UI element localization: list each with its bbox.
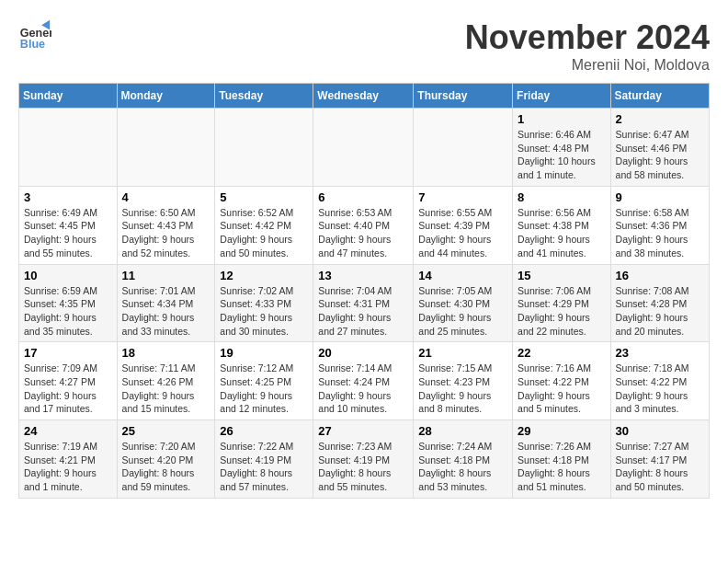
svg-text:Blue: Blue: [20, 38, 45, 51]
day-number: 30: [616, 424, 704, 438]
day-info: Sunrise: 7:18 AM Sunset: 4:22 PM Dayligh…: [616, 362, 704, 416]
day-info: Sunrise: 7:04 AM Sunset: 4:31 PM Dayligh…: [318, 284, 408, 339]
calendar-week-row: 10Sunrise: 6:59 AM Sunset: 4:35 PM Dayli…: [19, 264, 710, 342]
logo: General Blue: [18, 18, 51, 52]
calendar-cell: 7Sunrise: 6:55 AM Sunset: 4:39 PM Daylig…: [414, 186, 513, 264]
day-info: Sunrise: 6:52 AM Sunset: 4:42 PM Dayligh…: [220, 206, 308, 260]
weekday-header: Wednesday: [313, 84, 414, 109]
calendar-cell: 22Sunrise: 7:16 AM Sunset: 4:22 PM Dayli…: [513, 342, 611, 420]
day-number: 14: [418, 269, 507, 282]
calendar-cell: 20Sunrise: 7:14 AM Sunset: 4:24 PM Dayli…: [313, 342, 414, 420]
weekday-header: Saturday: [610, 84, 709, 109]
day-number: 2: [616, 112, 704, 126]
day-info: Sunrise: 7:20 AM Sunset: 4:20 PM Dayligh…: [122, 440, 210, 494]
day-info: Sunrise: 6:50 AM Sunset: 4:43 PM Dayligh…: [122, 206, 210, 260]
day-number: 23: [616, 346, 704, 360]
calendar-cell: 2Sunrise: 6:47 AM Sunset: 4:46 PM Daylig…: [610, 109, 709, 187]
calendar-cell: 14Sunrise: 7:05 AM Sunset: 4:30 PM Dayli…: [414, 264, 513, 342]
day-info: Sunrise: 6:53 AM Sunset: 4:40 PM Dayligh…: [318, 206, 408, 260]
day-number: 8: [518, 190, 606, 204]
month-title: November 2024: [465, 18, 710, 57]
day-info: Sunrise: 7:26 AM Sunset: 4:18 PM Dayligh…: [518, 440, 606, 494]
day-info: Sunrise: 7:08 AM Sunset: 4:28 PM Dayligh…: [616, 284, 704, 339]
calendar-cell: 4Sunrise: 6:50 AM Sunset: 4:43 PM Daylig…: [117, 186, 215, 264]
calendar-cell: 30Sunrise: 7:27 AM Sunset: 4:17 PM Dayli…: [610, 420, 709, 499]
day-info: Sunrise: 7:15 AM Sunset: 4:23 PM Dayligh…: [418, 362, 507, 416]
calendar-cell: 19Sunrise: 7:12 AM Sunset: 4:25 PM Dayli…: [215, 342, 313, 420]
calendar-cell: 8Sunrise: 6:56 AM Sunset: 4:38 PM Daylig…: [513, 186, 611, 264]
logo-icon: General Blue: [18, 18, 51, 52]
day-info: Sunrise: 7:05 AM Sunset: 4:30 PM Dayligh…: [418, 284, 507, 339]
day-info: Sunrise: 7:14 AM Sunset: 4:24 PM Dayligh…: [318, 362, 408, 416]
calendar-week-row: 1Sunrise: 6:46 AM Sunset: 4:48 PM Daylig…: [19, 109, 710, 187]
weekday-header: Monday: [117, 84, 215, 109]
day-number: 11: [122, 269, 210, 282]
calendar-cell: 3Sunrise: 6:49 AM Sunset: 4:45 PM Daylig…: [19, 186, 118, 264]
day-info: Sunrise: 7:23 AM Sunset: 4:19 PM Dayligh…: [318, 440, 408, 494]
day-info: Sunrise: 7:09 AM Sunset: 4:27 PM Dayligh…: [24, 362, 112, 416]
day-number: 3: [24, 190, 112, 204]
day-number: 26: [220, 424, 308, 438]
day-info: Sunrise: 6:46 AM Sunset: 4:48 PM Dayligh…: [518, 128, 606, 182]
day-info: Sunrise: 7:02 AM Sunset: 4:33 PM Dayligh…: [220, 284, 308, 339]
day-info: Sunrise: 7:24 AM Sunset: 4:18 PM Dayligh…: [418, 440, 507, 494]
day-number: 19: [220, 346, 308, 360]
day-info: Sunrise: 6:59 AM Sunset: 4:35 PM Dayligh…: [24, 284, 112, 339]
day-info: Sunrise: 7:22 AM Sunset: 4:19 PM Dayligh…: [220, 440, 308, 494]
calendar-cell: [117, 109, 215, 187]
calendar-cell: 27Sunrise: 7:23 AM Sunset: 4:19 PM Dayli…: [313, 420, 414, 499]
day-info: Sunrise: 7:19 AM Sunset: 4:21 PM Dayligh…: [24, 440, 112, 494]
calendar-cell: 9Sunrise: 6:58 AM Sunset: 4:36 PM Daylig…: [610, 186, 709, 264]
day-number: 28: [418, 424, 507, 438]
day-number: 13: [318, 269, 408, 282]
calendar-cell: 11Sunrise: 7:01 AM Sunset: 4:34 PM Dayli…: [117, 264, 215, 342]
day-number: 22: [518, 346, 606, 360]
day-number: 10: [24, 269, 112, 282]
day-number: 24: [24, 424, 112, 438]
calendar-cell: 10Sunrise: 6:59 AM Sunset: 4:35 PM Dayli…: [19, 264, 118, 342]
day-number: 20: [318, 346, 408, 360]
day-number: 4: [122, 190, 210, 204]
location-subtitle: Merenii Noi, Moldova: [465, 57, 710, 74]
day-number: 21: [418, 346, 507, 360]
day-number: 15: [518, 269, 606, 282]
day-info: Sunrise: 6:58 AM Sunset: 4:36 PM Dayligh…: [616, 206, 704, 260]
day-number: 5: [220, 190, 308, 204]
day-info: Sunrise: 6:49 AM Sunset: 4:45 PM Dayligh…: [24, 206, 112, 260]
calendar-week-row: 3Sunrise: 6:49 AM Sunset: 4:45 PM Daylig…: [19, 186, 710, 264]
day-number: 12: [220, 269, 308, 282]
calendar-cell: 26Sunrise: 7:22 AM Sunset: 4:19 PM Dayli…: [215, 420, 313, 499]
calendar-cell: 15Sunrise: 7:06 AM Sunset: 4:29 PM Dayli…: [513, 264, 611, 342]
day-info: Sunrise: 7:12 AM Sunset: 4:25 PM Dayligh…: [220, 362, 308, 416]
day-info: Sunrise: 6:55 AM Sunset: 4:39 PM Dayligh…: [418, 206, 507, 260]
calendar-cell: 25Sunrise: 7:20 AM Sunset: 4:20 PM Dayli…: [117, 420, 215, 499]
calendar-cell: 6Sunrise: 6:53 AM Sunset: 4:40 PM Daylig…: [313, 186, 414, 264]
day-number: 17: [24, 346, 112, 360]
calendar-cell: 5Sunrise: 6:52 AM Sunset: 4:42 PM Daylig…: [215, 186, 313, 264]
day-number: 25: [122, 424, 210, 438]
calendar-cell: [414, 109, 513, 187]
page-header: General Blue November 2024 Merenii Noi, …: [18, 18, 710, 74]
calendar-week-row: 24Sunrise: 7:19 AM Sunset: 4:21 PM Dayli…: [19, 420, 710, 499]
calendar-cell: 12Sunrise: 7:02 AM Sunset: 4:33 PM Dayli…: [215, 264, 313, 342]
day-info: Sunrise: 7:01 AM Sunset: 4:34 PM Dayligh…: [122, 284, 210, 339]
calendar-week-row: 17Sunrise: 7:09 AM Sunset: 4:27 PM Dayli…: [19, 342, 710, 420]
day-number: 9: [616, 190, 704, 204]
weekday-header: Friday: [513, 84, 611, 109]
day-info: Sunrise: 6:56 AM Sunset: 4:38 PM Dayligh…: [518, 206, 606, 260]
calendar-cell: 28Sunrise: 7:24 AM Sunset: 4:18 PM Dayli…: [414, 420, 513, 499]
day-number: 27: [318, 424, 408, 438]
day-number: 6: [318, 190, 408, 204]
day-number: 1: [518, 112, 606, 126]
day-number: 16: [616, 269, 704, 282]
weekday-header: Tuesday: [215, 84, 313, 109]
calendar-cell: [215, 109, 313, 187]
calendar-cell: 21Sunrise: 7:15 AM Sunset: 4:23 PM Dayli…: [414, 342, 513, 420]
day-info: Sunrise: 7:27 AM Sunset: 4:17 PM Dayligh…: [616, 440, 704, 494]
calendar-cell: 23Sunrise: 7:18 AM Sunset: 4:22 PM Dayli…: [610, 342, 709, 420]
day-info: Sunrise: 7:11 AM Sunset: 4:26 PM Dayligh…: [122, 362, 210, 416]
day-number: 7: [418, 190, 507, 204]
calendar-cell: 13Sunrise: 7:04 AM Sunset: 4:31 PM Dayli…: [313, 264, 414, 342]
calendar-cell: 29Sunrise: 7:26 AM Sunset: 4:18 PM Dayli…: [513, 420, 611, 499]
day-number: 29: [518, 424, 606, 438]
